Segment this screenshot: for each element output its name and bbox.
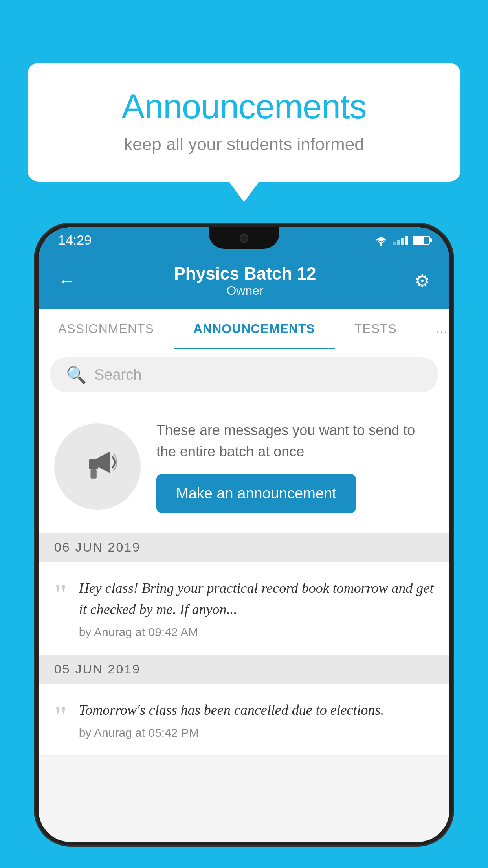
announcement-meta-2: by Anurag at 05:42 PM — [79, 726, 434, 739]
back-button[interactable]: ← — [58, 271, 75, 291]
svg-rect-2 — [89, 459, 98, 469]
promo-right: These are messages you want to send to t… — [156, 420, 434, 513]
phone-notch — [209, 227, 279, 249]
megaphone-icon — [76, 445, 119, 488]
settings-icon[interactable]: ⚙ — [415, 271, 430, 291]
phone-screen: 14:29 — [39, 227, 449, 842]
announcement-text-1: Hey class! Bring your practical record b… — [79, 577, 434, 620]
header-title-group: Physics Batch 12 Owner — [75, 264, 415, 298]
quote-icon-2: " — [54, 701, 67, 733]
phone-frame: 14:29 — [35, 224, 453, 845]
promo-description: These are messages you want to send to t… — [156, 420, 434, 462]
phone-container: 14:29 — [35, 224, 453, 868]
battery-icon — [413, 236, 430, 245]
svg-marker-1 — [97, 451, 110, 473]
volume-button-right — [450, 502, 453, 565]
bubble-subtitle: keep all your students informed — [59, 134, 429, 154]
announcement-promo: These are messages you want to send to t… — [39, 400, 449, 533]
bubble-title: Announcements — [59, 86, 429, 127]
quote-icon-1: " — [54, 579, 67, 611]
announcement-content-2: Tomorrow's class has been cancelled due … — [79, 699, 434, 739]
content-area: 🔍 Search — [39, 349, 449, 842]
status-time: 14:29 — [58, 232, 92, 248]
tab-assignments[interactable]: ASSIGNMENTS — [39, 309, 174, 349]
wifi-icon — [374, 235, 389, 246]
svg-rect-3 — [90, 469, 96, 478]
tab-more[interactable]: ... — [416, 309, 449, 349]
header-title: Physics Batch 12 — [75, 264, 415, 283]
announcement-item-1[interactable]: " Hey class! Bring your practical record… — [39, 562, 449, 655]
status-icons — [374, 235, 430, 246]
search-icon: 🔍 — [66, 365, 86, 384]
tabs-bar: ASSIGNMENTS ANNOUNCEMENTS TESTS ... — [39, 309, 449, 349]
signal-icon — [393, 235, 408, 245]
speech-bubble-section: Announcements keep all your students inf… — [28, 63, 460, 182]
volume-button-left — [35, 377, 38, 416]
tab-announcements[interactable]: ANNOUNCEMENTS — [174, 309, 335, 349]
header-subtitle: Owner — [75, 283, 415, 298]
camera-dot — [240, 234, 248, 243]
announcement-text-2: Tomorrow's class has been cancelled due … — [79, 699, 434, 721]
megaphone-circle — [54, 423, 141, 510]
svg-point-0 — [380, 244, 382, 246]
date-separator-2: 05 JUN 2019 — [39, 655, 449, 684]
announcement-content-1: Hey class! Bring your practical record b… — [79, 577, 434, 639]
speech-bubble: Announcements keep all your students inf… — [28, 63, 460, 182]
search-placeholder: Search — [94, 366, 141, 383]
tab-tests[interactable]: TESTS — [335, 309, 416, 349]
app-header: ← Physics Batch 12 Owner ⚙ — [39, 253, 449, 309]
date-separator-1: 06 JUN 2019 — [39, 533, 449, 562]
search-bar[interactable]: 🔍 Search — [50, 357, 438, 392]
announcement-item-2[interactable]: " Tomorrow's class has been cancelled du… — [39, 684, 449, 756]
announcement-meta-1: by Anurag at 09:42 AM — [79, 625, 434, 639]
make-announcement-button[interactable]: Make an announcement — [156, 474, 356, 513]
power-button-right — [450, 424, 453, 487]
search-bar-wrap: 🔍 Search — [39, 349, 449, 400]
